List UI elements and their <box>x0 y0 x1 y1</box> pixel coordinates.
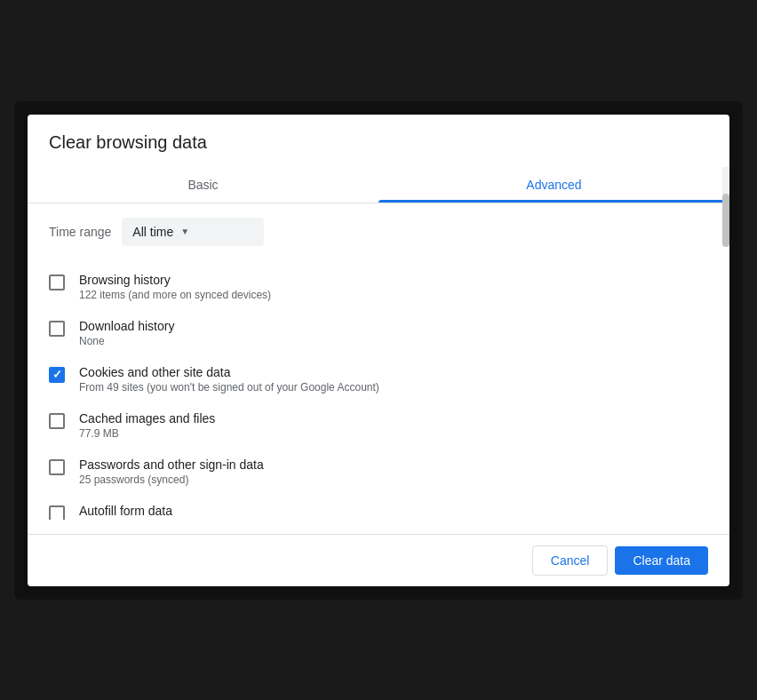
content-area: Time range All time ▼ Browsing history 1… <box>28 203 729 534</box>
checkbox-cookies[interactable]: ✓ <box>49 367 65 383</box>
item-title-passwords: Passwords and other sign-in data <box>79 457 264 472</box>
checkmark-icon: ✓ <box>52 369 62 380</box>
item-subtitle-download-history: None <box>79 335 174 347</box>
time-range-label: Time range <box>49 225 111 239</box>
item-cookies: ✓ Cookies and other site data From 49 si… <box>49 356 701 402</box>
scrollbar[interactable] <box>722 167 729 203</box>
item-subtitle-cookies: From 49 sites (you won't be signed out o… <box>79 381 379 394</box>
checkbox-passwords[interactable] <box>49 459 65 475</box>
time-range-value: All time <box>132 225 173 239</box>
item-title-download-history: Download history <box>79 319 174 333</box>
item-title-browsing-history: Browsing history <box>79 273 271 287</box>
item-subtitle-cached-images: 77.9 MB <box>79 427 215 440</box>
item-download-history: Download history None <box>49 310 701 356</box>
item-title-cached-images: Cached images and files <box>79 411 215 426</box>
item-title-autofill: Autofill form data <box>79 504 172 518</box>
clear-browsing-data-dialog: Clear browsing data Basic Advanced Time … <box>28 115 729 586</box>
cancel-button[interactable]: Cancel <box>532 545 609 576</box>
item-text-cached-images: Cached images and files 77.9 MB <box>79 411 215 440</box>
tab-basic[interactable]: Basic <box>28 167 378 203</box>
checkbox-browsing-history[interactable] <box>49 274 65 290</box>
item-text-download-history: Download history None <box>79 319 174 347</box>
dropdown-arrow-icon: ▼ <box>180 227 189 236</box>
item-title-cookies: Cookies and other site data <box>79 365 379 379</box>
checkbox-download-history[interactable] <box>49 321 65 337</box>
time-range-row: Time range All time ▼ <box>49 218 701 246</box>
dialog-footer: Cancel Clear data <box>28 534 729 586</box>
item-browsing-history: Browsing history 122 items (and more on … <box>49 264 701 310</box>
item-subtitle-browsing-history: 122 items (and more on synced devices) <box>79 289 271 301</box>
item-cached-images: Cached images and files 77.9 MB <box>49 402 701 449</box>
dialog-wrapper: Clear browsing data Basic Advanced Time … <box>14 101 743 600</box>
item-text-autofill: Autofill form data <box>79 504 172 518</box>
tabs-container: Basic Advanced <box>28 167 729 203</box>
item-text-browsing-history: Browsing history 122 items (and more on … <box>79 273 271 301</box>
checkbox-autofill[interactable] <box>49 505 65 520</box>
checkbox-cached-images[interactable] <box>49 413 65 429</box>
item-text-cookies: Cookies and other site data From 49 site… <box>79 365 379 394</box>
clear-data-button[interactable]: Clear data <box>615 546 708 575</box>
time-range-select[interactable]: All time ▼ <box>122 218 264 246</box>
item-passwords: Passwords and other sign-in data 25 pass… <box>49 449 701 495</box>
dialog-title: Clear browsing data <box>28 115 729 167</box>
item-autofill-partial: Autofill form data <box>49 495 701 520</box>
tab-advanced[interactable]: Advanced <box>378 167 729 203</box>
item-text-passwords: Passwords and other sign-in data 25 pass… <box>79 457 264 486</box>
item-subtitle-passwords: 25 passwords (synced) <box>79 473 264 486</box>
